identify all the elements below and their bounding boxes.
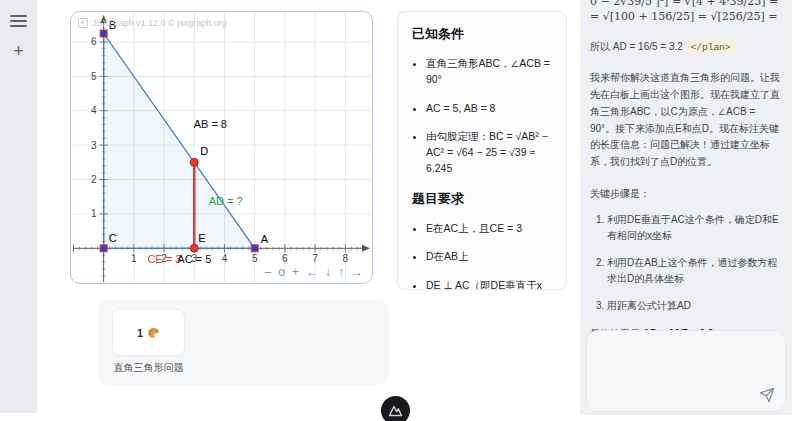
left-sidebar: + [0, 0, 37, 413]
key-steps-title: 关键步骤是： [590, 186, 782, 202]
requirements-list: E在AC上，且CE = 3D在AB上DE ⊥ AC（即DE垂直于x轴） [412, 221, 552, 291]
whiteboard-panel: 12345678123456AB = 8AD = ?CE = 3AC = 5BC… [70, 11, 373, 284]
graph-nav-control-1[interactable]: o [278, 266, 285, 278]
graph-nav-control-5[interactable]: ↑ [338, 266, 344, 278]
graph-nav-control-2[interactable]: + [292, 266, 299, 278]
requirement-item: D在AB上 [426, 249, 552, 265]
graph-nav-control-4[interactable]: ↓ [325, 266, 331, 278]
math-expression-line: 0 − 2√39/5 ]²] = √[4 + 4·39/25] = √[4 + … [590, 0, 782, 9]
point-label-C: C [109, 232, 117, 244]
known-condition-item: 由勾股定理：BC = √AB² − AC² = √64 − 25 = √39 ≈… [426, 129, 552, 176]
y-tick-label: 1 [91, 208, 97, 219]
point-D[interactable] [190, 158, 198, 166]
x-tick-label: 4 [222, 253, 228, 264]
graph-text-label: AB = 8 [194, 118, 227, 130]
chat-input[interactable] [595, 339, 777, 387]
graph-nav-control-0[interactable]: – [265, 266, 272, 278]
app-window: + 12345678123456AB = 8AD = ?CE = 3AC = 5… [0, 0, 799, 421]
page-number: 1 [137, 327, 143, 339]
y-tick-label: 2 [91, 174, 97, 185]
jsxgraph-logo-icon [78, 18, 88, 28]
palette-icon [147, 327, 160, 339]
known-condition-item: AC = 5, AB = 8 [426, 101, 552, 117]
paper-plane-icon[interactable] [759, 387, 775, 403]
logo-mountain-icon [388, 404, 403, 417]
graph-nav-control-3[interactable]: ← [306, 266, 318, 278]
plan-result-text: 所以 AD = 16/5 = 3.2 [590, 41, 686, 52]
point-C[interactable] [100, 245, 107, 252]
key-step-item: 利用DE垂直于AC这个条件，确定D和E有相同的x坐标 [607, 212, 782, 244]
plan-close-tag: </plan> [686, 41, 736, 54]
requirements-title: 题目要求 [412, 190, 552, 208]
hamburger-menu-icon[interactable] [10, 12, 27, 29]
x-axis-arrow [362, 245, 370, 252]
x-tick-label: 7 [312, 253, 318, 264]
graph-text-label: CE = 3 [147, 253, 181, 265]
known-condition-item: 直角三角形ABC，∠ACB = 90° [426, 56, 552, 88]
key-step-item: 用距离公式计算AD [607, 298, 782, 314]
point-B[interactable] [100, 30, 107, 37]
graph-text-label: AD = ? [209, 195, 243, 207]
chat-panel: 0 − 2√39/5 ]²] = √[4 + 4·39/25] = √[4 + … [580, 0, 792, 415]
page-thumbnail-card[interactable]: 1 [112, 309, 185, 356]
jsxgraph-watermark: JSXGraph v1.12.0 © jsxgraph.org [78, 18, 227, 28]
y-tick-label: 5 [91, 71, 97, 82]
plus-icon[interactable]: + [10, 44, 27, 61]
y-tick-label: 4 [91, 105, 97, 116]
page-title: 直角三角形问题 [98, 361, 199, 375]
chat-input-box [586, 330, 786, 412]
requirement-item: E在AC上，且CE = 3 [426, 221, 552, 237]
pages-panel: 1 直角三角形问题 [98, 300, 389, 385]
triangle-ABC[interactable] [104, 33, 255, 248]
point-label-A: A [261, 233, 269, 245]
known-conditions-title: 已知条件 [412, 25, 552, 43]
y-tick-label: 6 [91, 36, 97, 47]
known-conditions-list: 直角三角形ABC，∠ACB = 90°AC = 5, AB = 8由勾股定理：B… [412, 56, 552, 177]
app-logo-button[interactable] [381, 396, 410, 421]
math-expression-line: = √[100 + 156/25] = √[256/25] = 16/5 [590, 9, 782, 24]
x-tick-label: 8 [343, 253, 349, 264]
point-E[interactable] [190, 244, 198, 252]
x-tick-label: 6 [282, 253, 288, 264]
graph-text-label: AC = 5 [177, 253, 211, 265]
y-tick-label: 3 [91, 140, 97, 151]
x-tick-label: 5 [252, 253, 258, 264]
x-tick-label: 1 [131, 253, 137, 264]
graph-nav-control-6[interactable]: → [351, 266, 363, 278]
plan-result-line: 所以 AD = 16/5 = 3.2 </plan> [590, 39, 782, 55]
point-A[interactable] [251, 245, 258, 252]
requirement-item: DE ⊥ AC（即DE垂直于x轴） [426, 278, 552, 290]
problem-info-panel: 已知条件 直角三角形ABC，∠ACB = 90°AC = 5, AB = 8由勾… [397, 11, 567, 290]
point-label-E: E [198, 232, 205, 244]
assistant-narration: 我来帮你解决这道直角三角形的问题。让我先在白板上画出这个图形。现在我建立了直角三… [590, 70, 782, 171]
point-label-D: D [200, 145, 208, 157]
watermark-text: JSXGraph v1.12.0 © jsxgraph.org [92, 18, 227, 28]
graph-svg[interactable]: 12345678123456AB = 8AD = ?CE = 3AC = 5BC… [71, 12, 371, 282]
key-step-item: 利用D在AB上这个条件，通过参数方程求出D的具体坐标 [607, 255, 782, 287]
key-steps-list: 利用DE垂直于AC这个条件，确定D和E有相同的x坐标利用D在AB上这个条件，通过… [590, 212, 782, 314]
graph-nav-controls: –o+←↓↑→ [265, 266, 363, 278]
